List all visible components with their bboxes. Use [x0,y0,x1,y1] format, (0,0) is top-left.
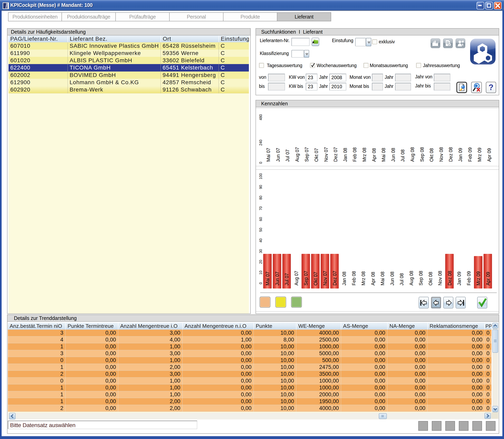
svg-text:Jun 07: Jun 07 [275,148,281,162]
svg-text:Apr 09: Apr 09 [485,272,491,285]
svg-text:Jun 07: Jun 07 [275,272,280,285]
svg-text:Jan 09: Jan 09 [458,148,463,162]
svg-text:Aug 08: Aug 08 [409,271,414,285]
svg-text:Dez 08: Dez 08 [448,147,453,162]
svg-text:Jan 08: Jan 08 [343,148,348,162]
svg-text:Dez 07: Dez 07 [332,271,337,285]
svg-text:Jul 08: Jul 08 [400,149,405,162]
svg-text:Jul 07: Jul 07 [285,149,290,162]
svg-text:Feb 09: Feb 09 [466,271,472,285]
svg-text:Nov 07: Nov 07 [323,147,329,162]
svg-text:Okt 08: Okt 08 [428,272,433,285]
svg-text:Jan 08: Jan 08 [342,272,347,285]
svg-text:Mrz 09: Mrz 09 [476,271,481,285]
svg-text:Mai 07: Mai 07 [266,148,271,162]
svg-text:Apr 08: Apr 08 [371,272,376,285]
svg-text:Mrz 08: Mrz 08 [362,148,367,162]
svg-text:Jul 07: Jul 07 [284,273,289,285]
svg-text:Apr 08: Apr 08 [372,148,377,162]
svg-text:0: 0 [259,282,263,284]
svg-text:Okt 07: Okt 07 [314,148,319,162]
svg-text:Sep 08: Sep 08 [418,271,424,285]
svg-text:100: 100 [259,173,263,179]
svg-text:Okt 08: Okt 08 [429,148,434,162]
svg-text:Apr 09: Apr 09 [487,148,492,162]
svg-text:240: 240 [259,140,263,146]
svg-text:Sep 07: Sep 07 [303,271,309,285]
svg-text:Aug 07: Aug 07 [295,147,300,162]
svg-text:Feb 09: Feb 09 [467,147,473,162]
svg-text:Mrz 08: Mrz 08 [361,271,366,285]
svg-text:Mai 08: Mai 08 [380,272,385,285]
svg-text:Mrz 09: Mrz 09 [477,148,482,162]
svg-text:Sep 07: Sep 07 [304,147,309,162]
svg-text:30: 30 [259,249,263,253]
svg-text:Jun 08: Jun 08 [391,148,396,162]
svg-text:20: 20 [259,260,263,264]
svg-text:80: 80 [259,196,263,200]
svg-text:Sep 08: Sep 08 [419,147,425,162]
svg-text:Feb 08: Feb 08 [351,271,357,285]
svg-text:90: 90 [259,185,263,189]
svg-text:Mai 07: Mai 07 [265,272,270,285]
svg-text:Dez 08: Dez 08 [447,271,452,285]
svg-text:Jun 08: Jun 08 [390,272,395,285]
svg-text:Nov 07: Nov 07 [323,271,328,285]
svg-text:Mai 08: Mai 08 [381,148,386,162]
svg-text:50: 50 [259,228,263,232]
svg-text:0: 0 [259,162,263,164]
svg-text:Feb 08: Feb 08 [352,147,357,162]
svg-text:Dez 07: Dez 07 [333,147,338,162]
svg-text:Aug 07: Aug 07 [294,271,299,285]
svg-text:60: 60 [259,217,263,221]
svg-text:40: 40 [259,239,263,243]
svg-text:Jul 08: Jul 08 [399,273,404,285]
svg-text:Aug 08: Aug 08 [410,147,415,162]
svg-text:70: 70 [259,206,263,210]
svg-text:Jan 09: Jan 09 [457,272,462,285]
svg-text:480: 480 [259,114,263,120]
svg-text:Nov 08: Nov 08 [438,271,443,285]
svg-text:Okt 07: Okt 07 [313,272,318,285]
svg-text:10: 10 [259,270,263,275]
svg-text:Nov 08: Nov 08 [439,147,444,162]
